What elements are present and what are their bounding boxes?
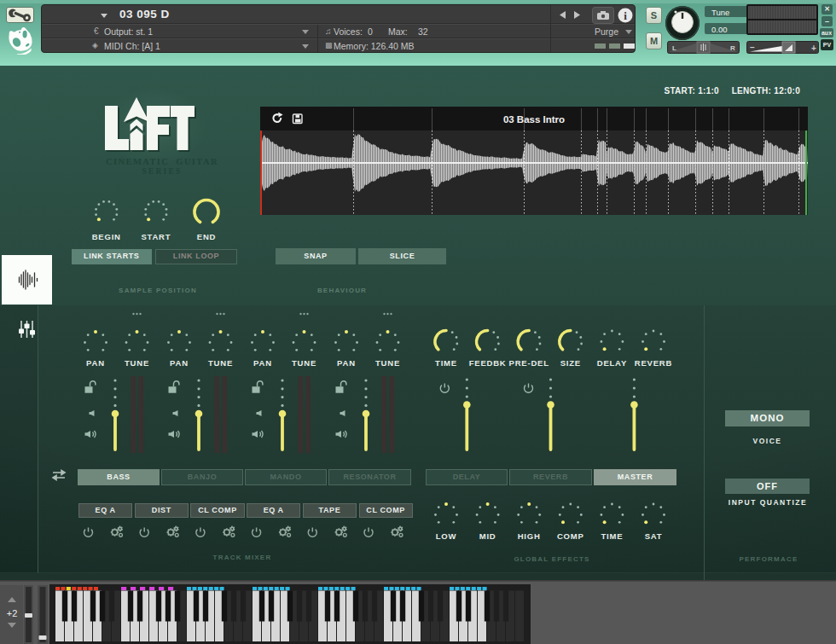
svg-text:+2: +2 bbox=[7, 608, 18, 618]
svg-text:–: – bbox=[750, 43, 755, 52]
svg-text:+: + bbox=[811, 44, 816, 53]
svg-text:L: L bbox=[672, 44, 676, 52]
svg-text:R: R bbox=[730, 44, 735, 52]
svg-text:i: i bbox=[624, 9, 627, 22]
